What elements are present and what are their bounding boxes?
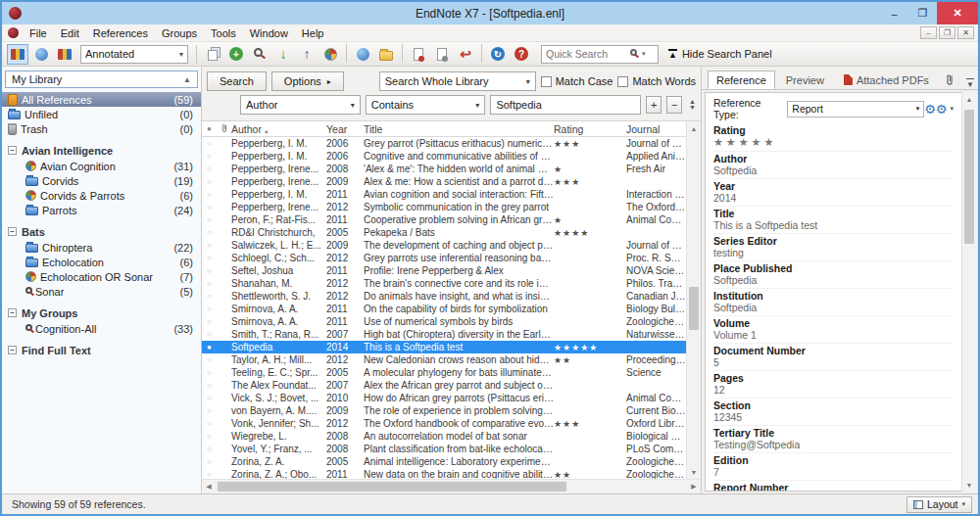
column-header-rating[interactable]: Rating bbox=[554, 123, 626, 135]
sidebar-group-header-my-groups[interactable]: −My Groups bbox=[2, 305, 201, 321]
table-row[interactable]: ○Teeling, E. C.; Spr...2005A molecular p… bbox=[202, 366, 686, 379]
table-row[interactable]: ○Peron, F.; Rat-Fis...2011Cooperative pr… bbox=[202, 213, 686, 226]
my-library-header[interactable]: My Library ▲ bbox=[5, 70, 198, 88]
table-row[interactable]: ○Shanahan, M.2012The brain's connective … bbox=[202, 277, 686, 290]
table-row[interactable]: ○Schloegl, C.; Sch...2012Grey parrots us… bbox=[202, 252, 686, 264]
reference-type-select[interactable]: Report ▾ bbox=[787, 101, 924, 117]
table-row[interactable]: ○Smirnova, A. A.2011On the capability of… bbox=[202, 303, 686, 315]
sidebar-group-header-find-full-text[interactable]: −Find Full Text bbox=[2, 342, 201, 358]
scroll-down-icon[interactable]: ▼ bbox=[962, 478, 976, 492]
mdi-close-button[interactable]: ✕ bbox=[957, 26, 974, 39]
insert-citation-button[interactable] bbox=[408, 44, 429, 65]
table-row[interactable]: ○Yovel, Y.; Franz, ...2008Plant classifi… bbox=[202, 443, 686, 455]
table-row[interactable]: ○Smith, T.; Rana, R...2007High bat (Chir… bbox=[202, 328, 686, 341]
column-header-journal[interactable]: Journal bbox=[626, 123, 686, 135]
copy-references-button[interactable] bbox=[202, 44, 223, 65]
open-link-button[interactable] bbox=[375, 44, 397, 65]
sidebar-item-parrots[interactable]: Parrots(24) bbox=[2, 203, 201, 217]
reference-field-place-published[interactable]: Place PublishedSoftpedia bbox=[713, 261, 954, 289]
sidebar-item-echolocation-or-sonar[interactable]: Echolocation OR Sonar(7) bbox=[2, 269, 201, 284]
collapse-chevron-icon[interactable]: ▲ bbox=[183, 75, 191, 84]
export-button[interactable]: ↑ bbox=[296, 44, 318, 65]
reference-field-year[interactable]: Year2014 bbox=[713, 179, 954, 207]
rating-stars[interactable]: ★★★★★ bbox=[713, 136, 954, 149]
reference-field-report-number[interactable]: Report Number08JUL03 bbox=[713, 481, 954, 492]
search-line-spinner[interactable]: ▲▼ bbox=[687, 99, 696, 111]
search-button[interactable]: Search bbox=[207, 71, 267, 91]
search-scope-select[interactable]: Search Whole Library ▾ bbox=[379, 71, 536, 91]
chevron-down-icon[interactable]: ▾ bbox=[642, 50, 646, 58]
sync-library-button[interactable] bbox=[352, 44, 373, 65]
table-row[interactable]: ○Pepperberg, I. M.2006Cognitive and comm… bbox=[202, 150, 686, 163]
reference-field-institution[interactable]: InstitutionSoftpedia bbox=[713, 289, 954, 316]
horizontal-scrollbar[interactable]: ◀ ▶ bbox=[202, 479, 701, 493]
options-gears-button[interactable]: ⚙⚙ ▾ bbox=[924, 102, 954, 117]
menu-item-groups[interactable]: Groups bbox=[155, 24, 204, 42]
reference-field-tertiary-title[interactable]: Tertiary TitleTesting@Softpedia bbox=[713, 426, 954, 453]
find-full-text-button[interactable] bbox=[319, 44, 341, 65]
table-row[interactable]: ○Wiegrebe, L.2008An autocorrelation mode… bbox=[202, 430, 686, 443]
table-row[interactable]: ○Taylor, A. H.; Mill...2012New Caledonia… bbox=[202, 353, 686, 366]
menu-item-help[interactable]: Help bbox=[295, 24, 331, 42]
maximize-button[interactable]: ❐ bbox=[908, 2, 937, 24]
table-row[interactable]: ○Seftel, Joshua2011Profile: Irene Pepper… bbox=[202, 264, 686, 277]
reference-field-section[interactable]: Section12345 bbox=[713, 399, 954, 426]
match-words-checkbox[interactable]: Match Words bbox=[617, 75, 696, 87]
quick-search-input[interactable] bbox=[546, 48, 630, 60]
table-row[interactable]: ○RD&I Christchurch,2005Pekapeka / Bats★★… bbox=[202, 226, 686, 239]
table-row[interactable]: ○Pepperberg, Irene...2009Alex & me: How … bbox=[202, 175, 686, 188]
import-button[interactable]: ↓ bbox=[272, 44, 294, 65]
table-header[interactable]: ● Author▴ Year Title Rating Journal bbox=[202, 121, 686, 137]
sidebar-item-trash[interactable]: Trash(0) bbox=[2, 121, 201, 136]
sidebar-item-cognition-all[interactable]: Cognition-All(33) bbox=[2, 321, 201, 336]
table-row[interactable]: ○Pepperberg, Irene...2008'Alex & me': Th… bbox=[202, 163, 686, 175]
reference-field-title[interactable]: TitleThis is a Softpedia test bbox=[713, 207, 954, 234]
table-row[interactable]: ○Vonk, Jennifer; Sh...2012The Oxford han… bbox=[202, 417, 686, 430]
hide-search-panel-button[interactable]: ▲ Hide Search Panel bbox=[668, 48, 772, 60]
online-search-mode-button[interactable] bbox=[30, 44, 52, 65]
column-header-author[interactable]: Author▴ bbox=[231, 123, 326, 135]
scroll-right-icon[interactable]: ▶ bbox=[687, 480, 701, 493]
options-button[interactable]: Options ▸ bbox=[271, 71, 344, 91]
tab-reference[interactable]: Reference bbox=[708, 70, 775, 89]
reference-field-document-number[interactable]: Document Number5 bbox=[713, 344, 954, 371]
local-library-mode-button[interactable] bbox=[7, 44, 28, 65]
menu-item-references[interactable]: References bbox=[86, 24, 155, 42]
scrollbar-thumb[interactable] bbox=[689, 287, 699, 330]
table-row[interactable]: ○Pepperberg, I. M.2006Grey parrot (Psitt… bbox=[202, 137, 686, 150]
collapse-expander-icon[interactable]: − bbox=[8, 227, 17, 236]
table-row[interactable]: ●Softpedia2014This is a Softpedia test★★… bbox=[202, 341, 686, 353]
open-web-button[interactable]: ↻ bbox=[487, 44, 509, 65]
table-row[interactable]: ○The Alex Foundat...2007Alex the African… bbox=[202, 379, 686, 392]
sidebar-group-header-avian-intelligence[interactable]: −Avian Intelligence bbox=[2, 142, 201, 159]
menu-item-tools[interactable]: Tools bbox=[204, 24, 243, 42]
sidebar-item-unfiled[interactable]: Unfiled(0) bbox=[2, 107, 201, 121]
return-to-word-processor-button[interactable]: ↩ bbox=[455, 44, 476, 65]
reference-field-rating[interactable]: Rating★★★★★ bbox=[713, 123, 954, 152]
scroll-up-icon[interactable]: ▲ bbox=[962, 92, 976, 106]
table-row[interactable]: ○Pepperberg, I. M.2011Avian cognition an… bbox=[202, 188, 686, 201]
reference-field-edition[interactable]: Edition7 bbox=[713, 453, 954, 481]
search-field-select[interactable]: Author ▾ bbox=[240, 95, 361, 115]
menu-item-file[interactable]: File bbox=[23, 24, 54, 42]
sidebar-item-echolocation[interactable]: Echolocation(6) bbox=[2, 255, 201, 269]
reference-field-author[interactable]: AuthorSoftpedia bbox=[713, 152, 954, 179]
vertical-scrollbar[interactable]: ▲ ▼ bbox=[686, 121, 701, 479]
detail-vertical-scrollbar[interactable]: ▲ ▼ bbox=[961, 92, 976, 492]
collapse-expander-icon[interactable]: − bbox=[8, 308, 17, 317]
layout-button[interactable]: Layout ▾ bbox=[906, 496, 972, 513]
sidebar-item-chiroptera[interactable]: Chiroptera(22) bbox=[2, 240, 201, 255]
remove-search-line-button[interactable]: − bbox=[666, 96, 682, 114]
collapse-expander-icon[interactable]: − bbox=[8, 346, 17, 354]
table-row[interactable]: ○Shettleworth, S. J.2012Do animals have … bbox=[202, 290, 686, 303]
sidebar-item-corvids-parrots[interactable]: Corvids & Parrots(6) bbox=[2, 188, 201, 203]
reference-field-series-editor[interactable]: Series Editortesting bbox=[713, 234, 954, 261]
scrollbar-thumb[interactable] bbox=[964, 110, 974, 244]
tab-preview[interactable]: Preview bbox=[777, 70, 833, 89]
minimize-button[interactable]: – bbox=[880, 2, 908, 24]
table-row[interactable]: ○Smirnova, A. A.2011Use of numerical sym… bbox=[202, 315, 686, 328]
table-row[interactable]: ○Pepperberg, Irene...2012Symbolic commun… bbox=[202, 201, 686, 213]
table-row[interactable]: ○Vick, S. J.; Bovet, ...2010How do Afric… bbox=[202, 392, 686, 404]
reference-field-pages[interactable]: Pages12 bbox=[713, 371, 954, 399]
sidebar-item-avian-cognition[interactable]: Avian Cognition(31) bbox=[2, 159, 201, 173]
